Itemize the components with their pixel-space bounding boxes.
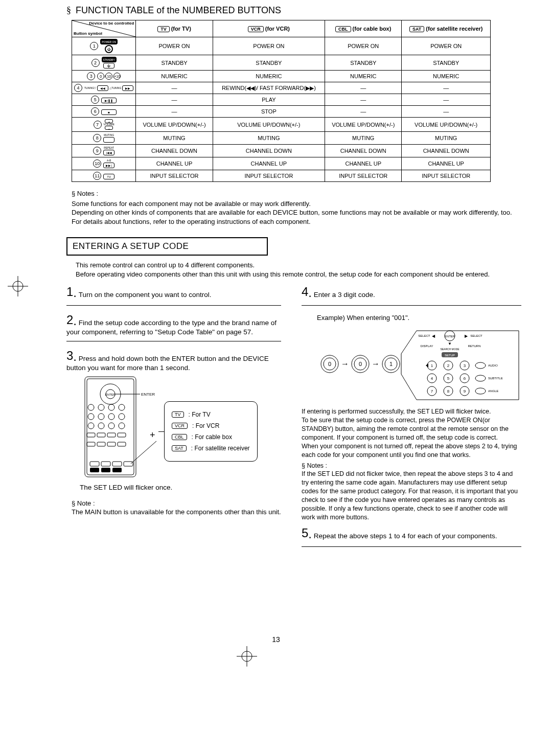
svg-rect-31 [97, 442, 105, 446]
col-vcr: VCR(for VCR) [213, 20, 325, 37]
svg-point-18 [88, 414, 94, 420]
svg-text:▶: ▶ [465, 334, 468, 338]
svg-text:SELECT: SELECT [470, 334, 482, 337]
table-row: 6■—STOP—— [72, 106, 491, 118]
svg-rect-33 [118, 442, 126, 446]
svg-text:6: 6 [464, 376, 466, 381]
svg-rect-32 [107, 442, 116, 446]
table-cell: — [402, 82, 491, 94]
table-cell: MUTING [136, 132, 213, 145]
table-cell: INPUT SELECTOR [213, 170, 325, 182]
section-bullet: § [66, 5, 71, 15]
svg-text:1: 1 [431, 363, 433, 368]
svg-point-15 [98, 404, 104, 410]
table-cell: CHANNEL DOWN [325, 145, 402, 157]
function-table: Device to be controlled Button symbol TV… [72, 20, 491, 182]
table-cell: CHANNEL DOWN [402, 145, 491, 157]
table-cell: PLAY [213, 94, 325, 106]
svg-text:→: → [341, 359, 349, 368]
table-cell: POWER ON [136, 37, 213, 55]
table-cell: POWER ON [325, 37, 402, 55]
table-cell: CHANNEL UP [402, 157, 491, 170]
step-4: 4. Enter a 3 digit code. [302, 286, 521, 300]
table-cell: NUMERIC [325, 71, 402, 82]
svg-rect-38 [90, 468, 99, 472]
col-cbl: CBL(for cable box) [325, 20, 402, 37]
svg-text:3: 3 [464, 363, 466, 368]
page-number: 13 [0, 635, 552, 644]
table-row: 2STANDBY⏻STANDBYSTANDBYSTANDBYSTANDBY [72, 55, 491, 71]
svg-rect-34 [90, 462, 99, 466]
svg-text:▼: ▼ [448, 341, 452, 346]
setup-code-heading: ENTERING A SETUP CODE [66, 237, 268, 256]
table-cell: VOLUME UP/DOWN(+/-) [213, 118, 325, 132]
plus-icon: + [150, 430, 155, 441]
note-line: For details about functions, refer to th… [72, 217, 521, 226]
svg-text:0: 0 [359, 361, 362, 367]
svg-rect-30 [87, 442, 95, 446]
svg-rect-39 [101, 468, 110, 472]
svg-rect-26 [87, 433, 95, 437]
table-row: 8MUTINGMUTINGMUTINGMUTINGMUTING [72, 132, 491, 145]
remote-icon: ENTER ENTER [80, 376, 156, 478]
table-cell: CHANNEL UP [213, 157, 325, 170]
step-5: 5. Repeat the above steps 1 to 4 for eac… [302, 527, 521, 541]
svg-text:DISPLAY: DISPLAY [421, 345, 433, 348]
svg-point-88 [475, 388, 486, 394]
svg-point-21 [119, 414, 125, 420]
table-cell: STOP [213, 106, 325, 118]
table-cell: VOLUME UP/DOWN(+/-) [136, 118, 213, 132]
table-corner-header: Device to be controlled Button symbol [72, 20, 136, 37]
table-cell: CHANNEL UP [325, 157, 402, 170]
table-cell: STANDBY [213, 55, 325, 71]
table-cell: MUTING [325, 132, 402, 145]
svg-text:SETUP: SETUP [445, 354, 455, 357]
svg-point-2 [13, 281, 23, 291]
svg-text:SUBTITLE: SUBTITLE [488, 377, 503, 380]
table-cell: — [136, 94, 213, 106]
table-cell: POWER ON [213, 37, 325, 55]
step3-result: The SET LED will flicker once. [80, 483, 281, 492]
step4-result: If entering is performed successfully, t… [302, 407, 521, 459]
table-cell: MUTING [213, 132, 325, 145]
device-button-list: + TV: For TV VCR: For VCR CBL: For cable… [164, 401, 258, 462]
svg-rect-36 [112, 462, 122, 466]
table-cell: — [325, 106, 402, 118]
svg-text:SEARCH MODE: SEARCH MODE [440, 348, 459, 351]
svg-text:RETURN: RETURN [468, 345, 481, 348]
step3-note: § Note : The MAIN button is unavailable … [72, 499, 281, 517]
table-row: 9REPEAT|◀◀CHANNEL DOWNCHANNEL DOWNCHANNE… [72, 145, 491, 157]
svg-text:9: 9 [464, 389, 466, 394]
notes-heading: § Notes : [72, 189, 521, 198]
svg-text:8: 8 [447, 389, 450, 394]
step-3: 3. Press and hold down both the ENTER bu… [66, 350, 281, 372]
table-cell: — [136, 106, 213, 118]
svg-point-24 [108, 423, 114, 429]
step4-notes: § Notes : If the SET LED did not flicker… [302, 462, 521, 522]
table-cell: — [325, 82, 402, 94]
table-row: 10A-B▶▶|CHANNEL UPCHANNEL UPCHANNEL UPCH… [72, 157, 491, 170]
table-row: 7+VOLUME−VOLUME UP/DOWN(+/-)VOLUME UP/DO… [72, 118, 491, 132]
table-cell: VOLUME UP/DOWN(+/-) [402, 118, 491, 132]
table-cell: POWER ON [402, 37, 491, 55]
table-row: 11TVINPUT SELECTORINPUT SELECTORINPUT SE… [72, 170, 491, 182]
col-tv: TV(for TV) [136, 20, 213, 37]
svg-point-20 [108, 414, 114, 420]
svg-rect-28 [107, 433, 116, 437]
svg-rect-29 [118, 433, 126, 437]
table-cell: NUMERIC [136, 71, 213, 82]
example-label: Example) When entering "001". [317, 314, 521, 322]
svg-text:ANGLE: ANGLE [488, 390, 498, 393]
table-cell: — [402, 94, 491, 106]
table-cell: CHANNEL DOWN [136, 145, 213, 157]
table-cell: NUMERIC [213, 71, 325, 82]
table-cell: VOLUME UP/DOWN(+/-) [325, 118, 402, 132]
svg-text:2: 2 [447, 363, 450, 368]
svg-point-16 [108, 404, 114, 410]
svg-text:SELECT: SELECT [418, 334, 430, 337]
remote-diagram: ENTER ENTER [80, 376, 281, 478]
svg-point-84 [475, 362, 486, 369]
keypad-diagram: 0 → 0 → 1 SELECT ◀ [317, 326, 521, 402]
table-cell: STANDBY [325, 55, 402, 71]
table-row: 5▶/❚❚—PLAY—— [72, 94, 491, 106]
